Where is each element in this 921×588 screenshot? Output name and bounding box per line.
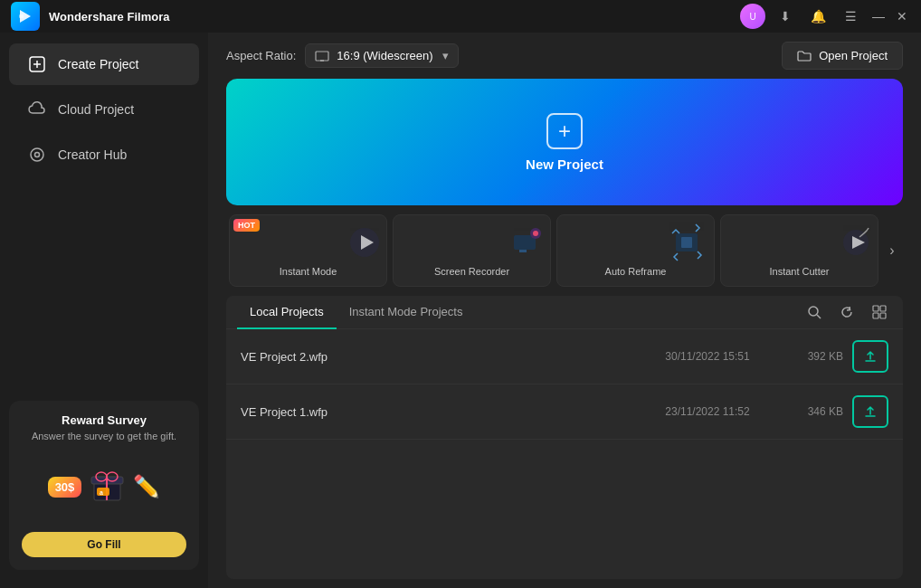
go-fill-button[interactable]: Go Fill bbox=[22, 532, 186, 557]
sidebar: Create Project Cloud Project Creator Hub… bbox=[0, 33, 208, 588]
upload-icon bbox=[863, 349, 878, 364]
svg-point-26 bbox=[809, 307, 818, 316]
projects-tabs: Local Projects Instant Mode Projects bbox=[226, 296, 903, 329]
auto-reframe-label: Auto Reframe bbox=[605, 266, 667, 277]
svg-rect-29 bbox=[880, 306, 886, 311]
reward-amount: 30$ bbox=[48, 477, 82, 498]
projects-list: VE Project 2.wfp 30/11/2022 15:51 392 KB… bbox=[226, 329, 903, 579]
project-size: 392 KB bbox=[771, 350, 843, 363]
project-date: 30/11/2022 15:51 bbox=[644, 350, 771, 363]
creator-hub-icon bbox=[27, 145, 47, 165]
new-project-banner[interactable]: + New Project bbox=[226, 79, 903, 205]
auto-reframe-icon bbox=[664, 220, 709, 265]
instant-cutter-icon bbox=[828, 220, 873, 265]
sidebar-item-create-project[interactable]: Create Project bbox=[9, 43, 199, 85]
close-button[interactable]: ✕ bbox=[894, 8, 910, 24]
refresh-button[interactable] bbox=[834, 299, 859, 325]
titlebar-controls: U ⬇ 🔔 ☰ — ✕ bbox=[740, 4, 910, 29]
sidebar-label-create: Create Project bbox=[58, 57, 138, 71]
project-name: VE Project 2.wfp bbox=[241, 350, 644, 364]
svg-point-6 bbox=[35, 153, 40, 157]
table-row[interactable]: VE Project 2.wfp 30/11/2022 15:51 392 KB bbox=[226, 329, 903, 384]
create-project-icon bbox=[27, 54, 47, 74]
instant-mode-icon bbox=[337, 220, 382, 265]
gift-icon: a bbox=[87, 462, 128, 512]
quick-item-auto-reframe[interactable]: Auto Reframe bbox=[556, 214, 715, 287]
refresh-icon bbox=[840, 305, 854, 319]
project-date: 23/11/2022 11:52 bbox=[644, 405, 771, 418]
svg-text:a: a bbox=[100, 489, 103, 496]
folder-icon bbox=[797, 50, 812, 62]
svg-rect-31 bbox=[880, 313, 886, 318]
toolbar: Aspect Ratio: 16:9 (Widescreen) ▾ Open P… bbox=[208, 33, 921, 79]
reward-card: Reward Survey Answer the survey to get t… bbox=[9, 401, 199, 570]
svg-rect-28 bbox=[873, 306, 878, 311]
content-area: Aspect Ratio: 16:9 (Widescreen) ▾ Open P… bbox=[208, 33, 921, 588]
app-logo bbox=[11, 2, 40, 31]
hot-badge: HOT bbox=[233, 219, 260, 232]
quick-item-screen-recorder[interactable]: Screen Recorder bbox=[393, 214, 551, 287]
download-icon[interactable]: ⬇ bbox=[773, 4, 798, 29]
quick-item-instant-cutter[interactable]: Instant Cutter bbox=[720, 214, 878, 287]
upload-button[interactable] bbox=[852, 395, 888, 428]
table-row[interactable]: VE Project 1.wfp 23/11/2022 11:52 346 KB bbox=[226, 384, 903, 440]
quick-access-row: HOT Instant Mode bbox=[208, 205, 921, 291]
aspect-ratio-label: Aspect Ratio: bbox=[226, 49, 296, 62]
grid-icon bbox=[872, 305, 887, 319]
tab-instant-mode-projects[interactable]: Instant Mode Projects bbox=[337, 296, 476, 329]
sidebar-bottom: Reward Survey Answer the survey to get t… bbox=[0, 392, 208, 579]
pencil-icon: ✏️ bbox=[133, 474, 160, 499]
reward-illustration: 30$ a ✏️ bbox=[22, 450, 186, 523]
instant-mode-label: Instant Mode bbox=[280, 266, 337, 277]
upload-button[interactable] bbox=[852, 340, 888, 373]
project-name: VE Project 1.wfp bbox=[241, 405, 644, 419]
sidebar-label-creator: Creator Hub bbox=[58, 147, 127, 162]
dropdown-arrow: ▾ bbox=[442, 49, 449, 62]
sidebar-item-creator-hub[interactable]: Creator Hub bbox=[9, 134, 199, 175]
reward-title: Reward Survey bbox=[22, 413, 186, 427]
svg-rect-23 bbox=[681, 237, 692, 248]
svg-rect-14 bbox=[316, 52, 328, 61]
instant-cutter-label: Instant Cutter bbox=[769, 266, 829, 277]
project-size: 346 KB bbox=[771, 405, 843, 418]
main-layout: Create Project Cloud Project Creator Hub… bbox=[0, 33, 921, 588]
cloud-project-icon bbox=[27, 100, 47, 119]
sidebar-label-cloud: Cloud Project bbox=[58, 102, 134, 117]
user-avatar[interactable]: U bbox=[740, 4, 765, 29]
search-icon bbox=[807, 305, 821, 319]
bell-icon[interactable]: 🔔 bbox=[805, 4, 831, 29]
quick-more-button[interactable]: › bbox=[881, 214, 903, 287]
svg-point-5 bbox=[31, 148, 43, 161]
menu-icon[interactable]: ☰ bbox=[838, 4, 863, 29]
svg-rect-19 bbox=[519, 250, 527, 252]
titlebar-left: Wondershare Filmora bbox=[11, 2, 169, 31]
quick-item-instant-mode[interactable]: HOT Instant Mode bbox=[229, 214, 387, 287]
svg-rect-30 bbox=[873, 313, 878, 318]
open-project-button[interactable]: Open Project bbox=[782, 42, 903, 70]
svg-line-27 bbox=[817, 315, 821, 318]
screen-recorder-icon bbox=[500, 220, 546, 265]
upload-icon bbox=[863, 404, 878, 419]
new-project-label: New Project bbox=[526, 156, 603, 172]
minimize-button[interactable]: — bbox=[870, 8, 887, 24]
screen-recorder-label: Screen Recorder bbox=[434, 266, 509, 277]
sidebar-item-cloud-project[interactable]: Cloud Project bbox=[9, 89, 199, 130]
app-name: Wondershare Filmora bbox=[49, 10, 169, 24]
svg-point-21 bbox=[533, 231, 538, 236]
new-project-plus-icon: + bbox=[546, 113, 583, 149]
search-button[interactable] bbox=[802, 299, 827, 325]
grid-view-button[interactable] bbox=[867, 299, 892, 325]
aspect-ratio-select[interactable]: 16:9 (Widescreen) ▾ bbox=[305, 43, 459, 68]
reward-subtitle: Answer the survey to get the gift. bbox=[22, 431, 186, 441]
titlebar: Wondershare Filmora U ⬇ 🔔 ☰ — ✕ bbox=[0, 0, 921, 33]
projects-section: Local Projects Instant Mode Projects bbox=[226, 296, 903, 579]
tab-local-projects[interactable]: Local Projects bbox=[237, 296, 337, 329]
svg-rect-1 bbox=[19, 14, 24, 18]
screen-icon bbox=[315, 51, 329, 62]
aspect-ratio-group: Aspect Ratio: 16:9 (Widescreen) ▾ bbox=[226, 43, 459, 68]
tab-actions bbox=[802, 299, 892, 325]
